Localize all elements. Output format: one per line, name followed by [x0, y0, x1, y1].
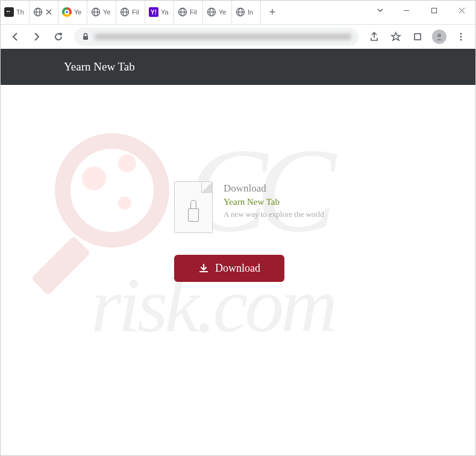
- download-name: Yearn New Tab: [224, 197, 324, 207]
- address-bar[interactable]: [74, 28, 359, 46]
- svg-rect-23: [431, 8, 436, 13]
- zip-file-icon: [174, 181, 213, 233]
- globe-icon: [120, 7, 130, 17]
- forward-button[interactable]: [27, 27, 46, 46]
- globe-icon: [236, 7, 245, 17]
- extensions-button[interactable]: [408, 27, 427, 46]
- svg-point-31: [460, 39, 462, 41]
- window-titlebar: Th Ye Ye Fil Y! Ya Fil Ye: [1, 1, 475, 25]
- url-text: [95, 34, 351, 40]
- tab-title: Ye: [219, 8, 226, 16]
- minimize-button[interactable]: [392, 1, 420, 20]
- tab-title: Fil: [190, 8, 197, 16]
- back-button[interactable]: [5, 27, 25, 46]
- tab-0[interactable]: Th: [1, 1, 30, 23]
- download-card: Download Yearn New Tab A new way to expl…: [174, 181, 324, 233]
- tab-title: Fil: [132, 8, 139, 16]
- browser-tabs: Th Ye Ye Fil Y! Ya Fil Ye: [1, 1, 372, 25]
- window-buttons: [392, 1, 475, 20]
- tabs-dropdown-button[interactable]: [372, 1, 389, 14]
- svg-rect-0: [7, 11, 8, 12]
- tab-1[interactable]: [30, 1, 58, 23]
- tab-title: Ya: [161, 8, 169, 16]
- globe-icon: [33, 7, 43, 17]
- yahoo-icon: Y!: [149, 7, 158, 17]
- tab-title: Ye: [103, 8, 110, 16]
- share-button[interactable]: [365, 27, 384, 46]
- tab-title: Ye: [74, 8, 81, 16]
- svg-rect-27: [415, 34, 421, 40]
- tab-3[interactable]: Ye: [87, 1, 116, 23]
- globe-icon: [91, 7, 101, 17]
- tab-5[interactable]: Y! Ya: [145, 1, 174, 23]
- tab-4[interactable]: Fil: [116, 1, 145, 23]
- tab-8[interactable]: In: [232, 1, 261, 23]
- bookmark-button[interactable]: [386, 27, 406, 46]
- chrome-icon: [62, 7, 72, 17]
- tab-7[interactable]: Ye: [203, 1, 232, 23]
- profile-button[interactable]: [430, 27, 449, 46]
- maximize-button[interactable]: [420, 1, 448, 20]
- svg-point-29: [460, 33, 462, 35]
- discord-icon: [4, 7, 14, 17]
- svg-point-30: [460, 36, 462, 38]
- menu-button[interactable]: [451, 27, 471, 46]
- download-icon: [198, 263, 209, 274]
- page-body: CC risk.com Download Yearn New Tab A new…: [1, 85, 475, 456]
- globe-icon: [178, 7, 187, 17]
- reload-button[interactable]: [49, 27, 68, 46]
- page-title: Yearn New Tab: [64, 60, 135, 73]
- svg-rect-26: [83, 36, 88, 40]
- download-button-label: Download: [215, 262, 260, 275]
- tab-title: Th: [16, 8, 24, 16]
- tab-2[interactable]: Ye: [58, 1, 87, 23]
- page-header: Yearn New Tab: [1, 49, 475, 85]
- download-description: A new way to explore the world: [224, 210, 324, 219]
- svg-point-28: [437, 34, 441, 37]
- new-tab-button[interactable]: +: [264, 4, 281, 20]
- tab-6[interactable]: Fil: [174, 1, 203, 23]
- avatar-icon: [432, 30, 446, 44]
- svg-rect-1: [8, 11, 10, 12]
- tab-title: In: [248, 8, 253, 16]
- browser-toolbar: [1, 25, 475, 49]
- lock-icon: [81, 33, 90, 41]
- globe-icon: [207, 7, 216, 17]
- close-window-button[interactable]: [448, 1, 475, 20]
- close-icon[interactable]: [45, 8, 52, 16]
- download-heading: Download: [224, 183, 324, 195]
- download-button[interactable]: Download: [174, 255, 284, 282]
